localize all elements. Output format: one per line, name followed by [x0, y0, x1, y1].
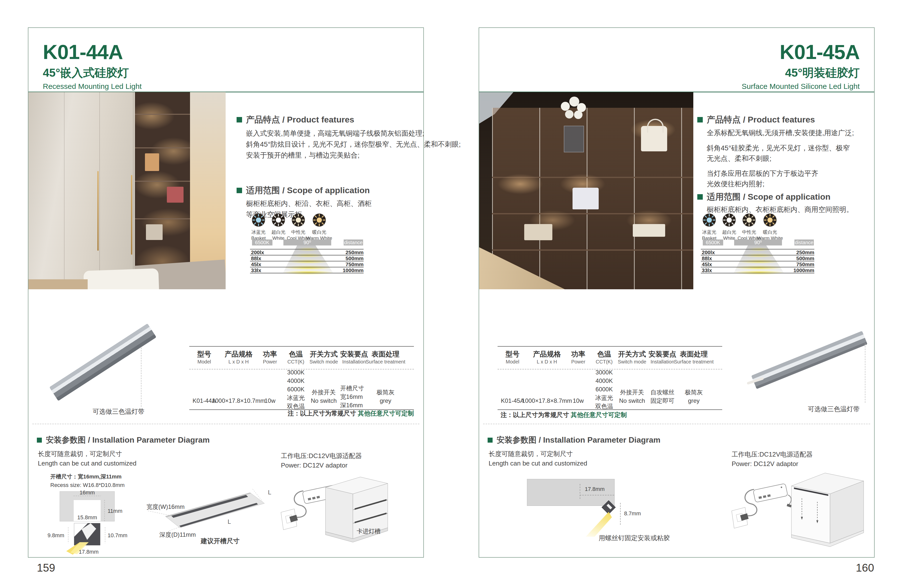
cell-switch: No switch	[310, 397, 338, 405]
dim-17-8mm: 17.8mm	[578, 486, 611, 493]
features-heading-text: 产品特点 / Product features	[707, 114, 815, 125]
profile-caption: 可选做三色温灯带	[81, 407, 156, 416]
size-note: 注：以上尺寸为常规尺寸 其他任意尺寸可定制	[265, 409, 414, 418]
feature-line: 当灯条应用在层板的下方于板边平齐	[707, 168, 854, 179]
col-surface: 表面处理 Surface treatment 极简灰 grey	[366, 350, 406, 405]
glass-vase	[564, 126, 584, 152]
cell-switch: No switch	[618, 397, 647, 405]
cabinet-shelf	[135, 218, 190, 219]
profile-render	[752, 321, 859, 402]
dim-line	[580, 484, 580, 499]
power-note-cn: 工作电压:DC12V电源适配器	[732, 450, 813, 459]
col-install: 安装要点 Installation 开槽尺寸 宽16mm 深16mm	[340, 350, 368, 410]
cct-bar: 6500K	[703, 239, 723, 246]
folded-linens	[524, 224, 552, 241]
recess-size-note: 开槽尺寸：宽16mm,深11mm Recess size: W16.8*D10.…	[50, 472, 125, 489]
green-square-bullet	[236, 117, 242, 122]
note-custom-size: 其他任意尺寸可定制	[571, 411, 627, 418]
col-header-en: Switch mode	[310, 359, 338, 365]
light-pool	[287, 260, 329, 264]
distance-value: 750mm	[796, 261, 814, 267]
cell-cct: 4000K	[287, 377, 305, 385]
length-note: 长度可随意裁切，可定制尺寸 Length can be cut and cust…	[38, 449, 136, 468]
col-surface: 表面处理 Surface treatment 极简灰 grey	[674, 350, 714, 405]
cell-cct: 冰蓝光	[287, 394, 305, 402]
product-subtitle-cn: 45°嵌入式硅胶灯	[43, 65, 142, 81]
distance-bar: distance	[794, 239, 814, 246]
size-note: 注：以上尺寸为常规尺寸 其他任意尺寸可定制	[501, 411, 627, 419]
cell-cct: 双色温	[595, 402, 613, 411]
length-note-cn: 长度可随意裁切，可定制尺寸	[489, 449, 587, 458]
cell-power: 10w	[571, 397, 586, 405]
col-header-en: Switch mode	[618, 359, 647, 365]
profile-render	[49, 322, 157, 404]
dashed-divider-horizontal	[32, 424, 420, 424]
scope-heading-text: 适用范围 / Scope of application	[707, 191, 830, 203]
dim-line	[620, 503, 620, 525]
cct-bar: 6500K	[252, 239, 272, 246]
install-section-heading: 安装参数图 / Installation Parameter Diagram	[37, 435, 210, 446]
feature-line: 光效便往柜内照射;	[707, 179, 854, 189]
cell-cct: 3000K	[595, 368, 613, 377]
groove-board-diagram: L L 宽度(W)16mm 深度(D)11mm 建议开槽尺寸	[146, 479, 280, 546]
product-subtitle-cn: 45°明装硅胶灯	[742, 65, 860, 81]
col-header-en: Power	[571, 359, 586, 365]
cabinet-drawing	[786, 461, 869, 548]
lux-value: 45lx	[702, 261, 712, 267]
install-heading-text: 安装参数图 / Installation Parameter Diagram	[46, 435, 210, 446]
suggested-groove-label: 建议开槽尺寸	[200, 537, 240, 545]
col-header-cn: 安装要点	[648, 350, 676, 359]
light-pool	[738, 260, 780, 264]
features-section-heading: 产品特点 / Product features	[236, 114, 354, 125]
catalog-page-left: K01-44A 45°嵌入式硅胶灯 Recessed Mounting Led …	[28, 27, 424, 558]
display-cabinet	[135, 92, 190, 289]
col-cct: 色温 CCT(K) 3000K 4000K 6000K 冰蓝光 双色温	[287, 350, 305, 411]
distance-value: 1000mm	[343, 267, 363, 273]
door-seam	[133, 92, 133, 289]
dim-9-8mm: 9.8mm	[48, 532, 64, 538]
power-note: 工作电压:DC12V电源适配器 Power: DC12V adaptor	[281, 451, 362, 470]
door-seam	[99, 92, 100, 289]
cabinet-item	[167, 187, 183, 202]
col-header-en: L x D x H	[212, 359, 265, 365]
feature-line: 无光点、柔和不刺眼;	[707, 153, 854, 164]
cabinet-groove-label: 卡进灯槽	[357, 528, 381, 535]
dim-11mm: 11mm	[108, 508, 122, 514]
board-depth-label: 深度(D)11mm	[160, 531, 196, 538]
cell-spec: 1000×17.8×10.7mm	[212, 397, 265, 405]
beam-angle-bar: 90⁰	[283, 239, 331, 246]
page-header-left: K01-44A 45°嵌入式硅胶灯 Recessed Mounting Led …	[43, 41, 142, 91]
green-square-bullet	[488, 438, 493, 443]
dim-15-8mm: 15.8mm	[77, 514, 97, 521]
cell-install: 宽16mm	[340, 393, 368, 401]
distance-value: 250mm	[346, 249, 363, 255]
col-header-en: Power	[263, 359, 277, 365]
cabinet-item	[146, 224, 163, 240]
door-seam	[64, 92, 64, 289]
rose	[565, 110, 573, 119]
photometry-chart: 6500K 90⁰ distance 200lx 88lx 45lx 33lx …	[250, 238, 364, 274]
glass-doors	[492, 108, 693, 289]
col-cct: 色温 CCT(K) 3000K 4000K 6000K 冰蓝光 双色温	[595, 350, 613, 411]
aluminum-profile	[49, 324, 157, 401]
col-header-en: CCT(K)	[287, 359, 305, 365]
wardrobe-doors	[28, 92, 135, 289]
dashed-divider-vertical	[865, 344, 865, 403]
length-label: L	[228, 518, 231, 525]
col-power: 功率 Power 10w	[571, 350, 586, 405]
recess-size-en: Recess size: W16.8*D10.8mm	[50, 481, 125, 489]
col-spec: 产品规格 L x D x H 1000×17.8×8.7mm	[522, 350, 572, 405]
lux-value: 88lx	[702, 255, 712, 261]
photometry-chart: 6500K 90⁰ distance 200lx 88lx 45lx 33lx …	[701, 238, 815, 274]
install-section-heading: 安装参数图 / Installation Parameter Diagram	[488, 435, 661, 446]
green-square-bullet	[236, 188, 242, 193]
page-number-right: 160	[842, 561, 874, 574]
product-subtitle-en: Surface Mounted Silicone Led Light	[742, 82, 860, 91]
sun-icon	[763, 213, 777, 227]
note-custom-size: 其他任意尺寸可定制	[358, 410, 414, 417]
cabinet-shelf	[135, 181, 190, 182]
col-switch: 开关方式 Switch mode 外接开关 No switch	[310, 350, 338, 405]
board-width-label: 宽度(W)16mm	[146, 504, 185, 510]
cell-surface: 极简灰	[674, 388, 714, 397]
fixing-note: 用螺丝钉固定安装或粘胶	[599, 534, 670, 543]
